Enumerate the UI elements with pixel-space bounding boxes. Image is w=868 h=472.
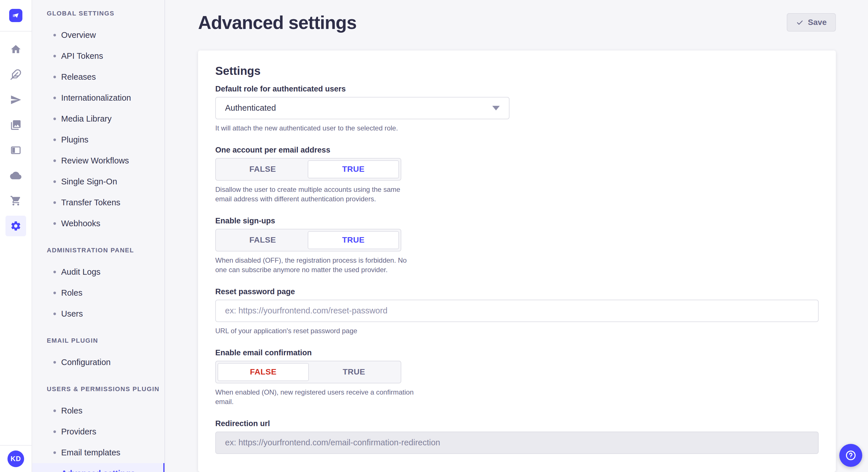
subnav-section-title: EMAIL PLUGIN bbox=[47, 337, 164, 344]
sidebar-item-advanced-settings[interactable]: Advanced settings bbox=[32, 463, 164, 472]
settings-section-title: Settings bbox=[215, 64, 818, 77]
sidebar-item-label: Roles bbox=[61, 288, 82, 298]
layout-icon[interactable] bbox=[5, 140, 26, 161]
sidebar-item-releases[interactable]: Releases bbox=[32, 67, 164, 88]
bullet-icon bbox=[53, 312, 56, 315]
sidebar-item-label: Configuration bbox=[61, 358, 111, 367]
pictures-icon[interactable] bbox=[5, 115, 26, 135]
enable-email-confirmation-option-false[interactable]: FALSE bbox=[218, 363, 309, 381]
gear-icon[interactable] bbox=[5, 216, 26, 236]
settings-card: Settings Default role for authenticated … bbox=[198, 50, 836, 472]
subnav-section-title: GLOBAL SETTINGS bbox=[47, 10, 164, 17]
save-button[interactable]: Save bbox=[787, 13, 836, 32]
avatar[interactable]: KD bbox=[7, 450, 24, 467]
sidebar-item-label: API Tokens bbox=[61, 51, 103, 61]
field-redirection-url: Redirection url bbox=[215, 419, 818, 454]
home-icon[interactable] bbox=[5, 39, 26, 60]
bullet-icon bbox=[53, 34, 56, 36]
default-role-hint: It will attach the new authenticated use… bbox=[215, 123, 416, 133]
one-account-per-email-toggle: FALSETRUE bbox=[215, 158, 401, 181]
sidebar-item-providers[interactable]: Providers bbox=[32, 421, 164, 442]
sidebar-item-roles[interactable]: Roles bbox=[32, 400, 164, 421]
bullet-icon bbox=[53, 361, 56, 364]
enable-sign-ups-label: Enable sign-ups bbox=[215, 216, 818, 225]
sidebar-item-webhooks[interactable]: Webhooks bbox=[32, 213, 164, 234]
sidebar-item-label: Email templates bbox=[61, 448, 120, 458]
sidebar-item-label: Media Library bbox=[61, 114, 112, 124]
bullet-icon bbox=[53, 55, 56, 57]
default-role-select-value: Authenticated bbox=[225, 103, 276, 113]
sidebar-item-plugins[interactable]: Plugins bbox=[32, 129, 164, 150]
one-account-per-email-label: One account per email address bbox=[215, 145, 818, 155]
paper-plane-icon[interactable] bbox=[5, 90, 26, 110]
enable-sign-ups-hint: When disabled (OFF), the registration pr… bbox=[215, 256, 416, 274]
sidebar-item-single-sign-on[interactable]: Single Sign-On bbox=[32, 171, 164, 192]
bullet-icon bbox=[53, 97, 56, 99]
sidebar-item-transfer-tokens[interactable]: Transfer Tokens bbox=[32, 192, 164, 213]
bullet-icon bbox=[53, 271, 56, 273]
sidebar-item-api-tokens[interactable]: API Tokens bbox=[32, 45, 164, 67]
redirection-url-input bbox=[215, 432, 818, 454]
sidebar-item-review-workflows[interactable]: Review Workflows bbox=[32, 150, 164, 171]
sidebar-item-roles[interactable]: Roles bbox=[32, 282, 164, 303]
sidebar-item-label: Review Workflows bbox=[61, 156, 129, 165]
bullet-icon bbox=[53, 180, 56, 183]
sidebar-item-label: Plugins bbox=[61, 135, 88, 144]
sidebar-item-label: Webhooks bbox=[61, 219, 100, 228]
nav-rail-items bbox=[0, 32, 32, 445]
sidebar-item-users[interactable]: Users bbox=[32, 303, 164, 324]
sidebar-item-label: Single Sign-On bbox=[61, 177, 117, 187]
logo-section bbox=[0, 0, 32, 32]
default-role-label: Default role for authenticated users bbox=[215, 84, 818, 94]
default-role-select[interactable]: Authenticated bbox=[215, 97, 509, 119]
strapi-logo-icon[interactable] bbox=[9, 9, 22, 22]
enable-sign-ups-toggle: FALSETRUE bbox=[215, 229, 401, 251]
bullet-icon bbox=[53, 430, 56, 433]
cart-icon[interactable] bbox=[5, 191, 26, 211]
check-icon bbox=[796, 19, 804, 26]
field-enable-email-confirmation: Enable email confirmationFALSETRUEWhen e… bbox=[215, 348, 818, 406]
sidebar-item-email-templates[interactable]: Email templates bbox=[32, 442, 164, 463]
sidebar-item-label: Users bbox=[61, 309, 83, 318]
avatar-section: KD bbox=[0, 445, 32, 472]
sidebar-item-internationalization[interactable]: Internationalization bbox=[32, 88, 164, 108]
enable-email-confirmation-label: Enable email confirmation bbox=[215, 348, 818, 357]
feather-icon[interactable] bbox=[5, 64, 26, 85]
strapi-glyph bbox=[11, 11, 21, 20]
sidebar-item-configuration[interactable]: Configuration bbox=[32, 352, 164, 373]
reset-password-page-input[interactable] bbox=[215, 300, 818, 322]
one-account-per-email-hint: Disallow the user to create multiple acc… bbox=[215, 185, 416, 204]
bullet-icon bbox=[53, 117, 56, 120]
enable-email-confirmation-option-true[interactable]: TRUE bbox=[309, 363, 399, 381]
question-icon bbox=[845, 449, 857, 461]
main-area: Advanced settings Save Settings Default … bbox=[165, 0, 868, 472]
nav-rail: KD bbox=[0, 0, 32, 472]
sidebar-item-label: Internationalization bbox=[61, 93, 131, 103]
field-enable-sign-ups: Enable sign-upsFALSETRUEWhen disabled (O… bbox=[215, 216, 818, 274]
enable-email-confirmation-hint: When enabled (ON), new registered users … bbox=[215, 387, 416, 406]
cloud-icon[interactable] bbox=[5, 165, 26, 186]
one-account-per-email-option-false[interactable]: FALSE bbox=[218, 160, 308, 178]
settings-sidebar: GLOBAL SETTINGSOverviewAPI TokensRelease… bbox=[32, 0, 165, 472]
field-reset-password-page: Reset password pageURL of your applicati… bbox=[215, 287, 818, 336]
bullet-icon bbox=[53, 138, 56, 141]
sidebar-item-label: Transfer Tokens bbox=[61, 198, 120, 207]
reset-password-page-hint: URL of your application's reset password… bbox=[215, 326, 416, 336]
sidebar-item-overview[interactable]: Overview bbox=[32, 25, 164, 45]
help-button[interactable] bbox=[839, 444, 862, 467]
bullet-icon bbox=[53, 201, 56, 204]
sidebar-item-label: Overview bbox=[61, 30, 96, 40]
sidebar-item-media-library[interactable]: Media Library bbox=[32, 108, 164, 129]
bullet-icon bbox=[53, 160, 56, 162]
subnav-section: USERS & PERMISSIONS PLUGINRolesProviders… bbox=[32, 385, 164, 472]
settings-fields: Default role for authenticated usersAuth… bbox=[215, 84, 818, 454]
sidebar-item-label: Advanced settings bbox=[61, 469, 135, 472]
bullet-icon bbox=[53, 451, 56, 454]
subnav-section: EMAIL PLUGINConfiguration bbox=[32, 337, 164, 373]
one-account-per-email-option-true[interactable]: TRUE bbox=[308, 160, 399, 178]
sidebar-item-audit-logs[interactable]: Audit Logs bbox=[32, 262, 164, 282]
page-title: Advanced settings bbox=[198, 13, 356, 32]
enable-sign-ups-option-true[interactable]: TRUE bbox=[308, 231, 399, 249]
enable-sign-ups-option-false[interactable]: FALSE bbox=[218, 231, 308, 249]
chevron-down-icon bbox=[492, 106, 500, 110]
